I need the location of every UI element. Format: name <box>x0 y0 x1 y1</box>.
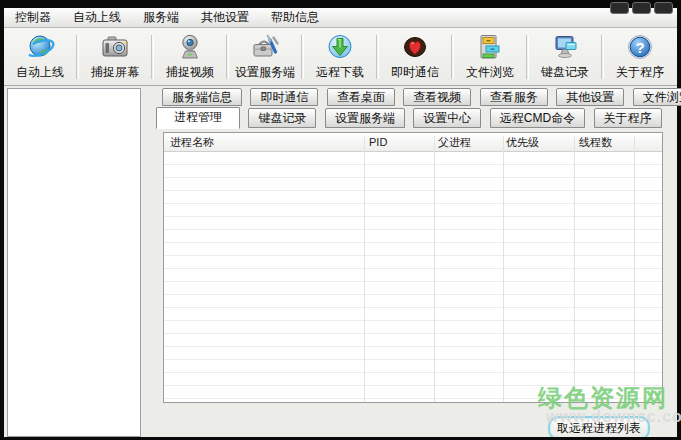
toolbar-button-about[interactable]: ? 关于程序 <box>604 28 676 85</box>
process-table-header: 进程名称 PID 父进程 优先级 线程数 <box>164 133 662 152</box>
toolbar-button-label: 捕捉屏幕 <box>91 64 139 81</box>
toolbar-button-label: 即时通信 <box>391 64 439 81</box>
toolbar-button-configure-server[interactable]: 设置服务端 <box>229 28 301 85</box>
tab-keylogger[interactable]: 键盘记录 <box>248 108 316 128</box>
tab-row-top: 服务端信息 即时通信 查看桌面 查看视频 查看服务 其他设置 文件浏览 <box>162 88 681 106</box>
client-list[interactable] <box>7 88 141 437</box>
column-divider <box>434 136 435 402</box>
file-cabinet-icon <box>474 31 506 63</box>
question-icon: ? <box>624 31 656 63</box>
toolbar-button-capture-video[interactable]: 捕捉视频 <box>154 28 226 85</box>
column-header-threads[interactable]: 线程数 <box>579 133 612 151</box>
camera-icon <box>99 31 131 63</box>
title-bar <box>0 0 681 8</box>
download-globe-icon <box>324 31 356 63</box>
svg-text:?: ? <box>635 39 644 56</box>
toolbar-button-capture-screen[interactable]: 捕捉屏幕 <box>79 28 151 85</box>
toolbar-button-label: 关于程序 <box>616 64 664 81</box>
close-button[interactable] <box>654 2 673 14</box>
column-header-process-name[interactable]: 进程名称 <box>170 133 214 151</box>
menu-item-server[interactable]: 服务端 <box>132 8 190 27</box>
tab-view-video[interactable]: 查看视频 <box>403 88 471 106</box>
tab-row-bottom: 进程管理 键盘记录 设置服务端 设置中心 远程CMD命令 关于程序 <box>156 106 666 126</box>
tab-view-desktop[interactable]: 查看桌面 <box>327 88 395 106</box>
toolbar-button-label: 键盘记录 <box>541 64 589 81</box>
column-header-parent[interactable]: 父进程 <box>438 133 471 151</box>
process-table[interactable]: 进程名称 PID 父进程 优先级 线程数 <box>163 132 663 403</box>
tab-settings-center[interactable]: 设置中心 <box>413 108 481 128</box>
menu-item-controller[interactable]: 控制器 <box>4 8 62 27</box>
menu-bar: 控制器 自动上线 服务端 其他设置 帮助信息 <box>4 8 677 28</box>
toolbar-button-label: 自动上线 <box>16 64 64 81</box>
tab-remote-cmd[interactable]: 远程CMD命令 <box>490 108 585 128</box>
menu-item-help[interactable]: 帮助信息 <box>260 8 330 27</box>
maximize-button[interactable] <box>632 2 651 14</box>
toolbar-button-file-browser[interactable]: 文件浏览 <box>454 28 526 85</box>
heart-icon <box>399 31 431 63</box>
tab-file-browser[interactable]: 文件浏览 <box>633 88 681 106</box>
webcam-icon <box>174 31 206 63</box>
tab-instant-message[interactable]: 即时通信 <box>250 88 318 106</box>
tab-process-manager[interactable]: 进程管理 <box>156 107 240 129</box>
column-header-priority[interactable]: 优先级 <box>506 133 539 151</box>
toolbar-button-label: 远程下载 <box>316 64 364 81</box>
process-table-body <box>164 152 662 402</box>
column-divider <box>364 136 365 402</box>
toolbar-button-label: 捕捉视频 <box>166 64 214 81</box>
tab-view-services[interactable]: 查看服务 <box>480 88 548 106</box>
toolbar-button-keylogger[interactable]: 键盘记录 <box>529 28 601 85</box>
column-header-pid[interactable]: PID <box>369 133 387 151</box>
menu-item-other-settings[interactable]: 其他设置 <box>190 8 260 27</box>
column-divider <box>634 136 635 402</box>
menu-item-auto-online[interactable]: 自动上线 <box>62 8 132 27</box>
toolbar-button-auto-online[interactable]: 自动上线 <box>4 28 76 85</box>
minimize-button[interactable] <box>610 2 629 14</box>
keylogger-monitor-icon <box>549 31 581 63</box>
column-divider <box>503 136 504 402</box>
tab-other-settings[interactable]: 其他设置 <box>556 88 624 106</box>
toolbar-button-remote-download[interactable]: 远程下载 <box>304 28 376 85</box>
toolbar: 自动上线 捕捉屏幕 <box>4 28 677 86</box>
tab-about-program[interactable]: 关于程序 <box>594 108 662 128</box>
globe-icon <box>24 31 56 63</box>
column-divider <box>574 136 575 402</box>
toolbar-button-label: 文件浏览 <box>466 64 514 81</box>
tab-server-config[interactable]: 设置服务端 <box>325 108 405 128</box>
toolbar-button-label: 设置服务端 <box>235 64 295 81</box>
tab-server-info[interactable]: 服务端信息 <box>162 88 242 106</box>
toolbar-button-instant-message[interactable]: 即时通信 <box>379 28 451 85</box>
toolbox-icon <box>249 31 281 63</box>
